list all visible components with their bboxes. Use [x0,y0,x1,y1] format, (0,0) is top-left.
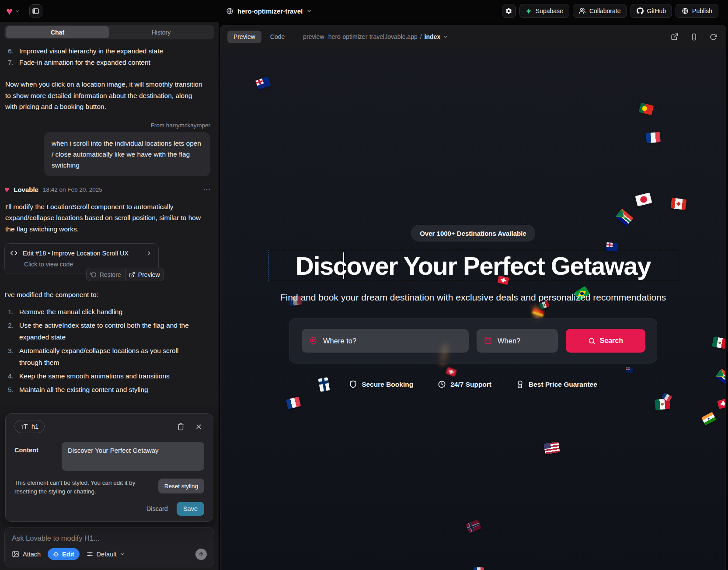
flag-france-icon [286,397,301,409]
flag-south-africa-icon [615,209,633,226]
close-icon[interactable] [195,423,202,430]
list-item: 4.Keep the same smooth animations and tr… [4,370,202,382]
publish-globe-icon [682,7,689,14]
flag-australia-icon [255,77,271,90]
hero-subtitle: Find and book your dream destination wit… [221,292,725,303]
preview-url[interactable]: preview--hero-optimizer-travel.lovable.a… [303,33,448,40]
content-label: Content [14,442,62,471]
preview-panel: Preview Code preview--hero-optimizer-tra… [220,25,726,570]
flag-japan-icon [635,192,652,206]
globe-icon [226,7,233,15]
feature-secure-booking: Secure Booking [349,380,413,388]
shield-icon [349,380,357,388]
flag-france-icon [474,567,484,570]
assistant-paragraph: I'll modify the LocationScroll component… [5,201,203,235]
list-item: 3.Automatically expand/collapse location… [4,345,202,368]
map-pin-icon [309,337,317,345]
list-item: 7.Fade-in animation for the expanded con… [4,57,214,68]
flag-switzerland-icon [446,367,457,377]
list-item: 1.Remove the manual click handling [4,306,202,318]
tab-code[interactable]: Code [266,31,289,43]
refresh-icon[interactable] [710,33,717,41]
publish-button[interactable]: Publish [676,4,718,18]
feature-badges: Secure Booking 24/7 Support Best Price G… [221,380,725,388]
supabase-button[interactable]: Supabase [519,4,569,18]
top-bar: ♥ hero-optimizer-travel Supabase Collabo… [0,0,728,22]
edit-mode-button[interactable]: Edit [48,548,79,560]
search-button[interactable]: Search [566,329,645,353]
list-item: 5.Maintain all the existing content and … [4,384,202,395]
restore-button[interactable]: Restore [87,268,125,281]
sliders-icon [87,551,93,557]
tab-preview[interactable]: Preview [227,31,261,43]
flag-norway-icon [466,519,481,533]
tab-chat[interactable]: Chat [6,26,109,38]
when-input[interactable]: When? [477,329,558,353]
element-tag-pill[interactable]: h1 [14,420,45,433]
where-input[interactable]: Where to? [302,329,469,353]
calendar-icon [484,337,492,345]
flag-portugal-icon [639,103,654,115]
settings-button[interactable] [502,4,516,18]
preview-viewport: Over 1000+ Destinations Available Discov… [221,49,725,570]
mobile-view-icon[interactable] [690,33,698,41]
discard-button[interactable]: Discard [146,505,168,512]
version-actions: Restore Preview [86,268,164,281]
gear-icon [505,7,512,15]
image-icon [12,550,19,558]
save-button[interactable]: Save [177,502,204,516]
trash-icon[interactable] [177,423,185,430]
chat-sidebar: Chat History 6.Improved visual hierarchy… [0,22,219,570]
supabase-bolt-icon [526,8,532,14]
collaborate-button[interactable]: Collaborate [573,4,627,18]
reset-styling-button[interactable]: Reset styling [158,479,204,493]
chat-list-previous: 6.Improved visual hierarchy in the expan… [4,45,214,68]
text-caret [343,252,344,279]
sidebar-toggle-button[interactable] [29,4,42,17]
users-icon [579,7,586,14]
lovable-logo-icon[interactable]: ♥ [6,6,13,17]
lovable-heart-icon: ♥ [4,185,9,194]
destinations-badge: Over 1000+ Destinations Available [411,225,535,241]
assistant-paragraph: Now when you click on a location image, … [5,79,203,112]
arrow-up-icon [198,551,204,557]
restore-icon [91,272,97,278]
element-editor-panel: h1 Content Discover Your Perfect Getaway… [5,413,213,522]
open-in-new-tab-icon[interactable] [671,33,679,41]
assistant-name: Lovable [14,186,38,193]
chevron-right-icon [146,250,152,256]
tab-history[interactable]: History [109,26,213,38]
logo-chevron-down-icon[interactable] [15,9,20,14]
mode-selector[interactable]: Default [87,551,125,558]
list-item: 2.Use the activeIndex state to control b… [4,319,202,343]
edit-card-subtitle: Click to view code [24,261,152,268]
styling-note: This element can't be styled. You can ed… [14,479,151,496]
assistant-header: ♥ Lovable 18:42 on Feb 20, 2025 ⋯ [4,185,214,194]
flag-india-icon [701,412,716,426]
url-chevron-down-icon [443,34,448,39]
preview-version-button[interactable]: Preview [125,268,164,281]
github-button[interactable]: GitHub [630,4,672,18]
flag-new-zealand-icon [626,367,633,373]
code-icon [10,249,17,257]
preview-toolbar: Preview Code preview--hero-optimizer-tra… [220,25,726,48]
hero-title[interactable]: Discover Your Perfect Getaway [296,251,651,280]
content-textarea[interactable]: Discover Your Perfect Getaway [62,442,204,471]
message-timestamp: 18:42 on Feb 20, 2025 [43,186,102,193]
list-item: 6.Improved visual hierarchy in the expan… [4,45,214,57]
message-menu-icon[interactable]: ⋯ [203,185,211,194]
where-placeholder: Where to? [323,337,356,345]
project-switcher[interactable]: hero-optimizer-travel [226,7,312,15]
element-tag-label: h1 [31,423,38,430]
attach-button[interactable]: Attach [12,550,41,558]
project-chevron-down-icon [307,8,312,14]
send-button[interactable] [195,549,207,560]
user-message-bubble: when i scroll into the individual locati… [44,132,210,176]
external-link-icon [129,272,135,278]
feature-support: 24/7 Support [438,380,491,388]
when-placeholder: When? [498,337,520,345]
project-name: hero-optimizer-travel [237,7,303,15]
chat-input[interactable] [12,534,207,542]
flag-mexico-icon [712,336,725,349]
github-icon [637,7,644,14]
